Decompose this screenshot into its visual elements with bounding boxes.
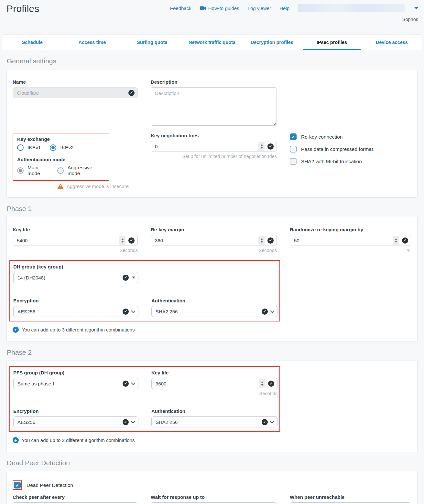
- key-exchange-highlight-box: Key exchange IKEv1 IKEv2 Authentication …: [13, 133, 109, 181]
- tab-bar: Schedule Access time Surfing quota Netwo…: [2, 34, 422, 50]
- phase2-heading: Phase 2: [7, 349, 424, 356]
- rekey-connection-label[interactable]: Re-key connection: [301, 134, 342, 140]
- key-exchange-group: Key exchange IKEv1 IKEv2 Authentication …: [13, 133, 138, 189]
- chevron-down-icon: [131, 419, 135, 424]
- valid-check-icon: ✓: [123, 309, 129, 315]
- phase1-encryption-field: Encryption AES256 ✓: [13, 298, 138, 317]
- phase1-heading: Phase 1: [7, 205, 424, 213]
- main-mode-radio[interactable]: [17, 167, 24, 174]
- page-header: Profiles Feedback How-to guides Log view…: [0, 0, 424, 32]
- phase1-dh-group-select[interactable]: 14 (DH2048) ✓: [13, 272, 138, 283]
- video-camera-icon: [200, 6, 206, 10]
- options-group: ✓ Re-key connection ✓ Pass data in compr…: [290, 133, 411, 189]
- chevron-down-icon[interactable]: [414, 7, 418, 9]
- main-mode-label[interactable]: Main mode: [27, 165, 48, 176]
- dpd-panel: ✓ Dead Peer Detection Check peer after e…: [6, 471, 418, 504]
- dpd-check-peer-field: Check peer after every 30 ✓ Seconds: [13, 494, 138, 504]
- caret-down-icon: [132, 277, 135, 278]
- phase2-pfs-group-select[interactable]: Same as phase-I ✓: [13, 378, 138, 389]
- aggressive-mode-label[interactable]: Aggressive mode: [68, 165, 100, 176]
- key-exchange-label: Key exchange: [17, 136, 105, 142]
- sha2-truncation-label[interactable]: SHA2 with 96-bit truncation: [301, 159, 362, 164]
- name-field: Name Cloudflare ✓: [13, 79, 138, 127]
- valid-check-icon: ✓: [267, 143, 274, 150]
- name-input[interactable]: Cloudflare ✓: [13, 87, 138, 98]
- tab-decryption-profiles[interactable]: Decryption profiles: [242, 35, 302, 50]
- chevron-down-icon: [270, 419, 274, 424]
- tab-network-traffic-quota[interactable]: Network traffic quota: [182, 35, 242, 50]
- aggressive-mode-radio[interactable]: [57, 167, 64, 174]
- pass-compressed-checkbox[interactable]: ✓: [290, 146, 297, 152]
- tab-schedule[interactable]: Schedule: [2, 35, 62, 50]
- header-right: Feedback How-to guides Log viewer Help S…: [170, 4, 418, 22]
- add-icon[interactable]: +: [13, 437, 19, 443]
- key-negotiation-input[interactable]: 0 ✓: [151, 141, 277, 152]
- dpd-checkbox-label[interactable]: Dead Peer Detection: [27, 482, 73, 488]
- ikev1-radio[interactable]: [17, 144, 24, 151]
- phase1-authentication-select[interactable]: SHA2 256 ✓: [151, 306, 277, 317]
- help-link[interactable]: Help: [279, 5, 289, 11]
- phase1-rekey-margin-field: Re-key margin 360 ✓ Seconds: [151, 227, 277, 253]
- phase1-add-combination-note: + You can add up to 3 different algorith…: [13, 327, 411, 333]
- dpd-wait-input[interactable]: 120 ✓: [151, 502, 277, 504]
- chevron-down-icon: [131, 309, 135, 313]
- phase2-encryption-select[interactable]: AES256 ✓: [13, 416, 138, 427]
- dpd-unreachable-select[interactable]: Re-initiate ✓: [290, 502, 411, 504]
- valid-check-icon: ✓: [123, 275, 129, 281]
- howto-guides-link[interactable]: How-to guides: [200, 5, 239, 11]
- pass-compressed-label[interactable]: Pass data in compressed format: [301, 146, 373, 152]
- feedback-link[interactable]: Feedback: [170, 5, 191, 11]
- phase1-randomize-input[interactable]: 50 ✓: [290, 235, 411, 246]
- phase2-encryption-field: Encryption AES256 ✓: [13, 408, 138, 427]
- sha2-truncation-checkbox[interactable]: ✓: [290, 158, 297, 165]
- phase1-encryption-select[interactable]: AES256 ✓: [13, 306, 138, 317]
- howto-guides-label: How-to guides: [208, 5, 239, 11]
- dpd-unreachable-field: When peer unreachable Re-initiate ✓: [290, 494, 411, 504]
- number-stepper[interactable]: [259, 379, 265, 388]
- number-stepper[interactable]: [393, 236, 399, 245]
- aggressive-mode-warning: Aggressive mode is insecure: [57, 184, 138, 189]
- log-viewer-link[interactable]: Log viewer: [248, 5, 271, 11]
- valid-check-icon: ✓: [128, 237, 135, 244]
- phase1-rekey-margin-input[interactable]: 360 ✓: [151, 235, 277, 246]
- tab-access-time[interactable]: Access time: [62, 35, 122, 50]
- name-label: Name: [13, 79, 138, 85]
- phase2-key-life-input[interactable]: 3600 ✓: [151, 378, 277, 389]
- tab-device-access[interactable]: Device access: [362, 35, 422, 50]
- dpd-checkbox[interactable]: ✓: [14, 482, 21, 488]
- phase2-authentication-select[interactable]: SHA2 256 ✓: [151, 416, 277, 427]
- valid-check-icon: ✓: [128, 90, 135, 96]
- ikev2-radio[interactable]: [50, 144, 56, 151]
- phase1-key-life-input[interactable]: 5400 ✓: [13, 235, 138, 246]
- valid-check-icon: ✓: [402, 237, 408, 244]
- device-selector[interactable]: [298, 4, 405, 12]
- phase1-key-life-field: Key life 5400 ✓ Seconds: [13, 227, 138, 253]
- dpd-checkbox-highlight-box: ✓: [13, 480, 22, 490]
- key-negotiation-label: Key negotiation tries: [151, 133, 277, 138]
- dpd-check-peer-input[interactable]: 30 ✓: [13, 502, 138, 504]
- ikev2-label[interactable]: IKEv2: [60, 145, 73, 151]
- tab-surfing-quota[interactable]: Surfing quota: [122, 35, 182, 50]
- valid-check-icon: ✓: [262, 419, 268, 425]
- phase1-authentication-field: Authentication SHA2 256 ✓: [151, 298, 277, 317]
- number-stepper[interactable]: [258, 142, 265, 151]
- valid-check-icon: ✓: [123, 419, 129, 425]
- phase2-key-life-field: Key life 3600 ✓ Seconds: [151, 370, 277, 396]
- key-negotiation-field: Key negotiation tries 0 ✓ Set 0 for unli…: [151, 133, 277, 189]
- chevron-down-icon: [131, 381, 135, 385]
- phase1-dh-group-field: DH group (key group) 14 (DH2048) ✓: [13, 264, 138, 283]
- phase2-authentication-field: Authentication SHA2 256 ✓: [151, 408, 277, 427]
- add-icon[interactable]: +: [13, 327, 19, 333]
- general-settings-heading: General settings: [7, 57, 424, 65]
- phase1-randomize-field: Randomize re-keying margin by 50 ✓ %: [290, 227, 411, 253]
- number-stepper[interactable]: [258, 236, 265, 245]
- number-stepper[interactable]: [119, 236, 125, 245]
- ikev1-label[interactable]: IKEv1: [27, 145, 41, 151]
- rekey-connection-checkbox[interactable]: ✓: [290, 133, 297, 140]
- description-input[interactable]: [151, 87, 277, 126]
- phase2-add-combination-note: + You can add up to 3 different algorith…: [13, 437, 411, 443]
- valid-check-icon: ✓: [262, 309, 268, 315]
- phase2-algorithms-highlight-box: PFS group (DH group) Same as phase-I ✓ K…: [9, 366, 280, 432]
- tab-ipsec-profiles[interactable]: IPsec profiles: [302, 35, 362, 50]
- phase1-panel: Key life 5400 ✓ Seconds Re-key margin 36…: [6, 217, 418, 341]
